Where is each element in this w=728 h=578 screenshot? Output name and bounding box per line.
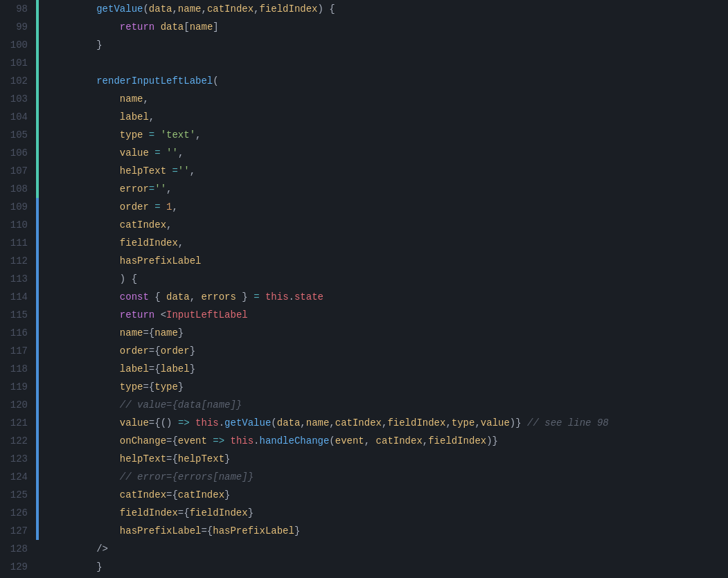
token-kw: const bbox=[120, 291, 149, 302]
token-punc: { bbox=[149, 381, 154, 392]
token-plain bbox=[50, 147, 120, 159]
token-fn: getValue bbox=[96, 3, 143, 15]
token-plain bbox=[50, 525, 120, 536]
token-punc: = bbox=[201, 525, 206, 536]
token-punc: } bbox=[242, 291, 247, 302]
token-punc: } bbox=[178, 381, 184, 392]
token-punc: , bbox=[474, 417, 480, 428]
line-number: 105 bbox=[6, 126, 28, 144]
line-number: 124 bbox=[6, 468, 28, 486]
line-number: 110 bbox=[6, 216, 28, 234]
token-var: label bbox=[120, 111, 149, 123]
token-plain bbox=[50, 453, 120, 464]
token-punc: , bbox=[178, 147, 184, 159]
token-plain bbox=[50, 489, 120, 500]
token-jsx-attr: label bbox=[120, 363, 149, 374]
token-plain bbox=[370, 435, 375, 446]
token-op: = bbox=[149, 183, 154, 195]
token-jsx-attr: name bbox=[120, 327, 143, 338]
code-line: hasPrefixLabel bbox=[50, 252, 717, 270]
token-punc: { bbox=[154, 417, 160, 428]
token-punc: ( bbox=[329, 435, 335, 446]
token-var: fieldIndex bbox=[120, 237, 178, 249]
token-punc: . bbox=[289, 291, 294, 302]
line-number: 114 bbox=[6, 288, 28, 306]
token-punc: = bbox=[149, 345, 154, 356]
token-kw: return bbox=[120, 309, 154, 320]
line-number: 128 bbox=[6, 540, 28, 558]
token-punc: } bbox=[224, 453, 230, 464]
token-plain bbox=[172, 417, 177, 428]
line-number: 103 bbox=[6, 90, 28, 108]
token-plain bbox=[50, 543, 96, 554]
token-punc: , bbox=[190, 165, 195, 177]
token-var: event bbox=[335, 435, 364, 446]
token-plain bbox=[50, 327, 120, 338]
token-var: label bbox=[161, 363, 190, 374]
code-line: helpText ='', bbox=[50, 162, 717, 180]
token-punc: , bbox=[178, 237, 184, 249]
token-var: catIndex bbox=[120, 219, 166, 231]
token-punc: } bbox=[294, 525, 300, 536]
token-plain bbox=[50, 111, 120, 123]
code-line: fieldIndex={fieldIndex} bbox=[50, 504, 717, 522]
line-number: 122 bbox=[6, 432, 28, 450]
token-punc: . bbox=[254, 435, 259, 446]
code-line: type={type} bbox=[50, 378, 717, 396]
token-op: = bbox=[149, 129, 154, 141]
token-punc: } bbox=[96, 39, 102, 51]
token-jsx-attr: type bbox=[120, 381, 143, 392]
code-line: label={label} bbox=[50, 360, 717, 378]
code-line: catIndex, bbox=[50, 216, 717, 234]
line-number: 118 bbox=[6, 360, 28, 378]
token-punc: ] bbox=[213, 21, 218, 33]
token-op: => bbox=[213, 435, 224, 446]
line-number: 115 bbox=[6, 306, 28, 324]
code-line: helpText={helpText} bbox=[50, 450, 717, 468]
token-var: data bbox=[161, 21, 184, 33]
token-plain bbox=[50, 237, 120, 249]
token-punc: { bbox=[172, 435, 177, 446]
token-jsx-attr: onChange bbox=[120, 435, 166, 446]
token-plain bbox=[50, 255, 120, 267]
token-comment: // value={data[name]} bbox=[120, 399, 242, 410]
token-punc: . bbox=[219, 417, 224, 428]
token-var: event bbox=[178, 435, 207, 446]
token-punc: , bbox=[166, 183, 172, 195]
token-punc: { bbox=[154, 291, 160, 302]
token-this-kw: this bbox=[195, 417, 219, 428]
token-punc: = bbox=[178, 507, 184, 518]
token-plain bbox=[50, 3, 96, 15]
token-fn: renderInputLeftLabel bbox=[96, 75, 213, 87]
token-plain bbox=[50, 381, 120, 392]
token-plain bbox=[50, 417, 120, 428]
token-plain bbox=[161, 291, 166, 302]
token-var: hasPrefixLabel bbox=[213, 525, 294, 536]
token-var: fieldIndex bbox=[260, 3, 318, 15]
token-punc: } bbox=[178, 327, 184, 338]
token-punc: , bbox=[143, 93, 148, 105]
token-this-kw: this bbox=[265, 291, 289, 302]
code-line bbox=[50, 54, 717, 72]
token-plain bbox=[50, 309, 120, 320]
token-punc: = bbox=[149, 417, 154, 428]
token-jsx-attr: helpText bbox=[120, 453, 166, 464]
token-var: helpText bbox=[120, 165, 166, 177]
token-punc: { bbox=[184, 507, 189, 518]
line-number: 104 bbox=[6, 108, 28, 126]
token-jsx-attr: value bbox=[120, 417, 149, 428]
line-number: 109 bbox=[6, 198, 28, 216]
token-punc: , bbox=[423, 435, 428, 446]
code-line: getValue(data,name,catIndex,fieldIndex) … bbox=[50, 0, 717, 18]
token-plain bbox=[50, 39, 96, 51]
token-str: 'text' bbox=[161, 129, 195, 141]
line-number: 123 bbox=[6, 450, 28, 468]
token-plain bbox=[50, 291, 120, 302]
token-punc: () bbox=[161, 417, 172, 428]
code-content: getValue(data,name,catIndex,fieldIndex) … bbox=[39, 0, 728, 578]
token-punc: [ bbox=[184, 21, 189, 33]
code-line: /> bbox=[50, 540, 717, 558]
token-plain bbox=[50, 399, 120, 410]
code-line: value={() => this.getValue(data,name,cat… bbox=[50, 414, 717, 432]
token-plain bbox=[161, 147, 166, 159]
